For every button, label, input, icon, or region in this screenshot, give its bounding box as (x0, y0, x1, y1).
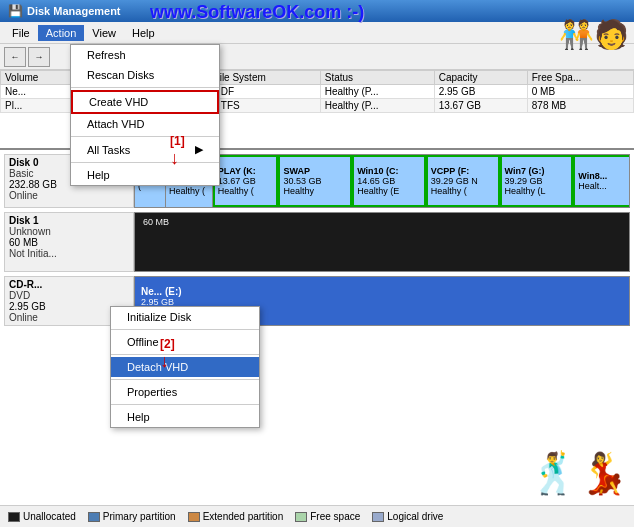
action-menu: Refresh Rescan Disks Create VHD Attach V… (70, 44, 220, 186)
cdrom-name: CD-R... (9, 279, 129, 290)
disk-0-part-win8[interactable]: Win8... Healt... (573, 155, 629, 207)
legend-unallocated-label: Unallocated (23, 511, 76, 522)
cell-status: Healthy (P... (320, 85, 434, 99)
legend: Unallocated Primary partition Extended p… (0, 505, 634, 527)
cdrom-row: CD-R... DVD 2.95 GB Online Ne... (E:) 2.… (4, 276, 630, 326)
disk-1-row: Disk 1 Unknown 60 MB Not Initia... 60 MB (4, 212, 630, 272)
part-play-status: Healthy ( (218, 186, 254, 196)
cdrom-part-size: 2.95 GB (141, 297, 623, 307)
legend-unallocated-color (8, 512, 20, 522)
part-swap-name: SWAP (283, 166, 310, 176)
disk-1-status: Not Initia... (9, 248, 129, 259)
part-win8-status: Healt... (578, 181, 607, 191)
cdrom-part-name: Ne... (E:) (141, 286, 623, 297)
legend-primary-label: Primary partition (103, 511, 176, 522)
part-vcpp-name: VCPP (F: (431, 166, 469, 176)
action-help[interactable]: Help (71, 165, 219, 185)
ctx-properties[interactable]: Properties (111, 382, 259, 402)
col-status: Status (320, 71, 434, 85)
disk-view: Disk 0 Basic 232.88 GB Online Healthy ( … (0, 150, 634, 505)
disk-0-part-win10[interactable]: Win10 (C: 14.65 GB Healthy (E (352, 155, 426, 207)
legend-logical: Logical drive (372, 511, 443, 522)
col-freespace: Free Spa... (527, 71, 633, 85)
disk-1-size: 60 MB (9, 237, 129, 248)
disk-1-partitions: 60 MB (134, 212, 630, 272)
ctx-separator-1 (111, 329, 259, 330)
separator-3 (71, 162, 219, 163)
legend-unallocated: Unallocated (8, 511, 76, 522)
part-win7-size: 39.29 GB (505, 176, 543, 186)
action-attach-vhd[interactable]: Attach VHD (71, 114, 219, 134)
part-win7-status: Healthy (L (505, 186, 546, 196)
cell-fs2: NTFS (209, 99, 320, 113)
disk-1-label: Disk 1 Unknown 60 MB Not Initia... (4, 212, 134, 272)
cdrom-type: DVD (9, 290, 129, 301)
cell-vol-name: Ne... (1, 85, 78, 99)
action-create-vhd[interactable]: Create VHD (71, 90, 219, 114)
cell-status2: Healthy (P... (320, 99, 434, 113)
menu-action[interactable]: Action (38, 25, 85, 41)
ctx-offline[interactable]: Offline (111, 332, 259, 352)
menu-help[interactable]: Help (124, 25, 163, 41)
part-win10-status: Healthy (E (357, 186, 399, 196)
part-swap-size: 30.53 GB (283, 176, 321, 186)
legend-free-label: Free space (310, 511, 360, 522)
action-all-tasks[interactable]: All Tasks ▶ (71, 139, 219, 160)
menu-view[interactable]: View (84, 25, 124, 41)
legend-logical-label: Logical drive (387, 511, 443, 522)
ctx-detach-vhd[interactable]: Detach VHD (111, 357, 259, 377)
disk-1-type: Unknown (9, 226, 129, 237)
disk-0-part-win7[interactable]: Win7 (G:) 39.29 GB Healthy (L (500, 155, 574, 207)
legend-free: Free space (295, 511, 360, 522)
cell-capacity: 2.95 GB (434, 85, 527, 99)
legend-primary-color (88, 512, 100, 522)
part-play-size: 13.67 GB (218, 176, 256, 186)
legend-primary: Primary partition (88, 511, 176, 522)
action-rescan[interactable]: Rescan Disks (71, 65, 219, 85)
legend-extended-label: Extended partition (203, 511, 284, 522)
ctx-help[interactable]: Help (111, 407, 259, 427)
ctx-init-disk[interactable]: Initialize Disk (111, 307, 259, 327)
cell-vol-name2: Pl... (1, 99, 78, 113)
cell-freespace: 0 MB (527, 85, 633, 99)
disk-0-part-play[interactable]: PLAY (K: 13.67 GB Healthy ( (213, 155, 279, 207)
part-vcpp-size: 39.29 GB N (431, 176, 478, 186)
part-swap-status: Healthy (283, 186, 314, 196)
part-win10-size: 14.65 GB (357, 176, 395, 186)
part-win8-name: Win8... (578, 171, 607, 181)
cell-freespace2: 878 MB (527, 99, 633, 113)
action-refresh[interactable]: Refresh (71, 45, 219, 65)
cell-fs: UDF (209, 85, 320, 99)
legend-extended-color (188, 512, 200, 522)
forward-button[interactable]: → (28, 47, 50, 67)
back-button[interactable]: ← (4, 47, 26, 67)
part-prog-status: Healthy ( (169, 186, 205, 196)
menu-file[interactable]: File (4, 25, 38, 41)
col-volume: Volume (1, 71, 78, 85)
app-icon: 💾 (8, 4, 23, 18)
menu-bar: File Action View Help (0, 22, 634, 44)
disk-1-name: Disk 1 (9, 215, 129, 226)
app-title: Disk Management (27, 5, 121, 17)
legend-logical-color (372, 512, 384, 522)
col-capacity: Capacity (434, 71, 527, 85)
disk-0-status: Online (9, 190, 129, 201)
part-win7-name: Win7 (G:) (505, 166, 545, 176)
submenu-arrow-icon: ▶ (195, 143, 203, 156)
disk-0-part-vcpp[interactable]: VCPP (F: 39.29 GB N Healthy ( (426, 155, 500, 207)
part-vcpp-status: Healthy ( (431, 186, 467, 196)
legend-extended: Extended partition (188, 511, 284, 522)
ctx-separator-4 (111, 404, 259, 405)
separator-2 (71, 136, 219, 137)
separator-1 (71, 87, 219, 88)
disk-1-unallocated[interactable]: 60 MB (135, 213, 629, 271)
legend-free-color (295, 512, 307, 522)
cell-capacity2: 13.67 GB (434, 99, 527, 113)
title-bar: 💾 Disk Management (0, 0, 634, 22)
disk-1-unalloc-label: 60 MB (139, 215, 173, 229)
disk-0-part-swap[interactable]: SWAP 30.53 GB Healthy (278, 155, 352, 207)
disk-context-menu: Initialize Disk Offline Detach VHD Prope… (110, 306, 260, 428)
part-win10-name: Win10 (C: (357, 166, 398, 176)
ctx-separator-3 (111, 379, 259, 380)
col-fs: File System (209, 71, 320, 85)
